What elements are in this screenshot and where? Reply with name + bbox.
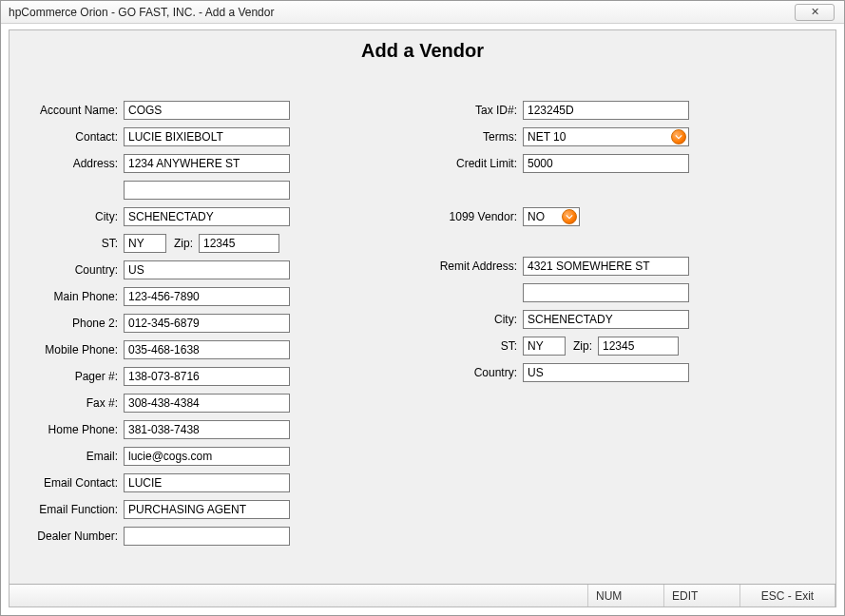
remit-address2-input[interactable] <box>523 283 689 302</box>
mobile-phone-input[interactable] <box>124 340 290 359</box>
email-contact-input[interactable] <box>124 473 290 492</box>
label-phone2: Phone 2: <box>29 317 124 330</box>
pager-input[interactable] <box>124 367 290 386</box>
label-email-function: Email Function: <box>29 503 124 516</box>
page-title: Add a Vendor <box>10 40 835 62</box>
credit-limit-input[interactable] <box>523 154 689 173</box>
tax-id-input[interactable] <box>523 101 689 120</box>
address1-input[interactable] <box>124 154 290 173</box>
remit-country-input[interactable] <box>523 363 689 382</box>
client-area: Add a Vendor Account Name: Contact: Addr… <box>9 29 836 607</box>
close-icon: ✕ <box>811 6 819 18</box>
left-column: Account Name: Contact: Address: City: <box>29 97 314 549</box>
status-edit: EDIT <box>664 585 740 606</box>
statusbar: NUM EDIT ESC - Exit <box>10 584 835 606</box>
account-name-input[interactable] <box>124 101 290 120</box>
country-input[interactable] <box>124 260 290 279</box>
chevron-down-icon <box>566 213 573 221</box>
zip-input[interactable] <box>199 234 279 253</box>
remit-address1-input[interactable] <box>523 257 689 276</box>
label-remit-country: Country: <box>428 366 523 379</box>
label-home-phone: Home Phone: <box>29 423 124 436</box>
label-mobile-phone: Mobile Phone: <box>29 343 124 356</box>
state-input[interactable] <box>124 234 166 253</box>
form-area: Account Name: Contact: Address: City: <box>10 78 835 578</box>
window-title: hpCommerce Orion - GO FAST, INC. - Add a… <box>9 6 795 19</box>
chevron-down-icon <box>675 133 682 141</box>
label-dealer-number: Dealer Number: <box>29 529 124 543</box>
label-email: Email: <box>29 450 124 463</box>
phone2-input[interactable] <box>124 314 290 333</box>
right-column: Tax ID#: Terms: Credit Limit: <box>428 97 732 386</box>
terms-dropdown[interactable] <box>523 127 689 146</box>
esc-exit-button[interactable]: ESC - Exit <box>740 585 835 606</box>
label-remit-city: City: <box>428 313 523 326</box>
close-button[interactable]: ✕ <box>795 4 835 21</box>
label-city: City: <box>29 210 124 223</box>
status-spacer <box>10 585 588 606</box>
fax-input[interactable] <box>124 394 290 413</box>
email-input[interactable] <box>124 447 290 466</box>
label-1099-vendor: 1099 Vendor: <box>428 210 523 223</box>
label-remit-address: Remit Address: <box>428 260 523 273</box>
terms-dropdown-button[interactable] <box>671 129 686 144</box>
label-st: ST: <box>29 237 124 250</box>
address2-input[interactable] <box>124 181 290 200</box>
label-tax-id: Tax ID#: <box>428 104 523 117</box>
dealer-number-input[interactable] <box>124 527 290 546</box>
1099-vendor-dropdown[interactable] <box>523 207 580 226</box>
city-input[interactable] <box>124 207 290 226</box>
label-address: Address: <box>29 157 124 170</box>
label-pager: Pager #: <box>29 370 124 383</box>
label-account-name: Account Name: <box>29 104 124 117</box>
main-phone-input[interactable] <box>124 287 290 306</box>
1099-vendor-dropdown-button[interactable] <box>562 209 577 224</box>
status-num: NUM <box>588 585 664 606</box>
label-email-contact: Email Contact: <box>29 476 124 490</box>
label-contact: Contact: <box>29 130 124 144</box>
email-function-input[interactable] <box>124 500 290 519</box>
label-main-phone: Main Phone: <box>29 290 124 303</box>
label-terms: Terms: <box>428 130 523 144</box>
label-fax: Fax #: <box>29 396 124 410</box>
remit-city-input[interactable] <box>523 310 689 329</box>
remit-zip-input[interactable] <box>598 337 679 356</box>
label-country: Country: <box>29 263 124 277</box>
label-remit-zip: Zip: <box>566 339 598 353</box>
titlebar: hpCommerce Orion - GO FAST, INC. - Add a… <box>1 1 844 24</box>
window: hpCommerce Orion - GO FAST, INC. - Add a… <box>0 0 845 616</box>
label-credit-limit: Credit Limit: <box>428 157 523 170</box>
label-remit-st: ST: <box>428 339 523 353</box>
contact-input[interactable] <box>124 127 290 146</box>
terms-input[interactable] <box>523 127 689 146</box>
home-phone-input[interactable] <box>124 420 290 439</box>
label-zip: Zip: <box>166 237 199 250</box>
remit-state-input[interactable] <box>523 337 566 356</box>
